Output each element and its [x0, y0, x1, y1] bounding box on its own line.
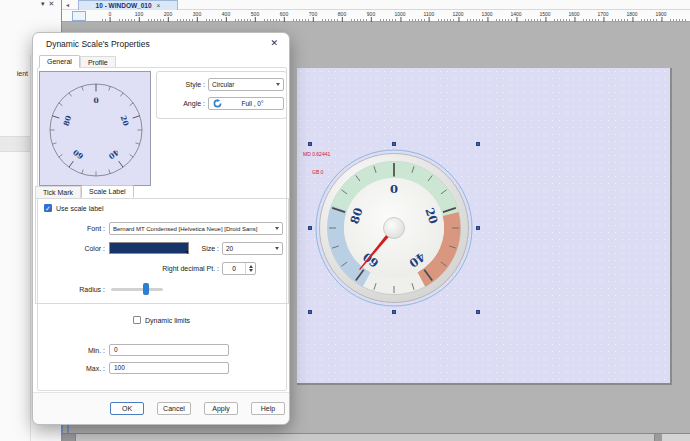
selection-handle[interactable] — [308, 226, 312, 230]
selection-handle[interactable] — [476, 310, 480, 314]
dynamic-limits-row[interactable]: Dynamic limits — [133, 316, 190, 324]
scrollbar-corner — [662, 434, 690, 441]
ruler-tick-label: 300 — [193, 11, 201, 17]
ruler-tick-label: 1000 — [394, 11, 405, 17]
dialog-title: Dynamic Scale's Properties — [46, 39, 150, 49]
right-decimal-label: Right decimal Pt. : — [129, 265, 219, 272]
selection-handle[interactable] — [392, 142, 396, 146]
min-label: Min. : — [63, 347, 105, 354]
font-label: Font : — [53, 225, 105, 232]
ruler-tick-label: 1700 — [597, 11, 608, 17]
color-swatch[interactable] — [109, 242, 189, 254]
document-tab-label: 10 - WINDOW_010 — [96, 2, 152, 9]
dialog-close-icon[interactable]: ✕ — [270, 38, 278, 48]
spin-down-icon[interactable] — [249, 269, 253, 272]
use-scale-label-row[interactable]: ✓ Use scale label — [44, 204, 103, 212]
selection-handle[interactable] — [476, 226, 480, 230]
tab-tick-mark[interactable]: Tick Mark — [35, 186, 81, 198]
horizontal-scrollbar[interactable] — [62, 433, 690, 441]
design-canvas[interactable]: MD 0.62441 GB 0 020406080 — [297, 68, 672, 385]
size-dropdown[interactable]: 20 — [222, 242, 283, 255]
scale-sub-tabs: Tick Mark Scale Label — [35, 185, 134, 198]
ruler-tick-label: 1100 — [424, 11, 435, 17]
use-scale-label-text: Use scale label — [56, 205, 103, 212]
ruler-tick-label: 1500 — [539, 11, 550, 17]
font-dropdown-value: Bernard MT Condensed [Helvetica Neue] [D… — [113, 226, 273, 232]
tab-close-icon[interactable]: × — [157, 2, 161, 9]
right-decimal-value: 0 — [223, 265, 245, 272]
radius-label: Radius : — [53, 286, 105, 293]
rotation-arc-icon — [213, 99, 222, 108]
document-tab-window-010[interactable]: 10 - WINDOW_010 × — [78, 0, 178, 10]
preview-scale-number: 60 — [71, 148, 85, 161]
chevron-down-icon[interactable]: ▾ — [41, 0, 49, 7]
document-tab-bar: ◂ 10 - WINDOW_010 × — [62, 0, 690, 10]
gauge-scale-number: 0 — [390, 182, 398, 196]
panel-header-icons[interactable]: ▾✕ — [41, 0, 58, 8]
size-dropdown-value: 20 — [226, 245, 273, 252]
panel-column-divider — [30, 55, 31, 441]
ruler-tick-label: 1600 — [568, 11, 579, 17]
angle-button[interactable]: Full , 0° — [208, 97, 284, 110]
chevron-down-icon — [275, 227, 279, 230]
close-icon[interactable]: ✕ — [49, 0, 59, 7]
min-input[interactable]: 0 — [109, 344, 229, 356]
scale-preview-box: 020406080 — [39, 71, 151, 186]
ruler-tick-label: 1300 — [481, 11, 492, 17]
ruler-tick-label: 900 — [367, 11, 375, 17]
ruler-tick-label: 200 — [164, 11, 172, 17]
preview-scale-number: 20 — [119, 114, 131, 127]
style-label: Style : — [161, 81, 205, 88]
selection-handle[interactable] — [308, 310, 312, 314]
chevron-down-icon — [276, 83, 280, 86]
radius-slider-thumb[interactable] — [143, 283, 149, 295]
tab-general[interactable]: General — [39, 55, 80, 68]
max-label: Max. : — [63, 365, 105, 372]
apply-button[interactable]: Apply — [204, 402, 238, 415]
dynamic-limits-checkbox[interactable] — [133, 316, 141, 324]
ruler-tick-label: 1900 — [655, 11, 666, 17]
ruler-tick-label: 1200 — [452, 11, 463, 17]
style-dropdown[interactable]: Circular — [208, 78, 284, 91]
dialog-button-row: OK Cancel Apply Help — [110, 402, 285, 415]
spin-up-icon[interactable] — [249, 265, 253, 268]
ruler-ticks: 0100200300400500600700800900100011001200… — [102, 10, 690, 22]
tab-scale-label[interactable]: Scale Label — [81, 185, 134, 198]
spinner-buttons[interactable] — [245, 263, 255, 274]
horizontal-ruler: 0100200300400500600700800900100011001200… — [62, 10, 690, 22]
cancel-button[interactable]: Cancel — [157, 402, 191, 415]
app-window: ▾✕ ient ◂ 10 - WINDOW_010 × 010020030040… — [0, 0, 690, 441]
style-angle-group: Style : Circular Angle : Full , 0° — [156, 71, 287, 119]
dialog-footer: OK Cancel Apply Help — [33, 392, 289, 424]
selection-handle[interactable] — [308, 142, 312, 146]
ruler-origin-box[interactable] — [72, 11, 86, 21]
right-decimal-spinner[interactable]: 0 — [222, 262, 256, 275]
selection-handle[interactable] — [476, 142, 480, 146]
selection-handle[interactable] — [392, 310, 396, 314]
ruler-tick-label: 1800 — [626, 11, 637, 17]
chevron-down-icon — [275, 247, 279, 250]
dynamic-limits-text: Dynamic limits — [145, 317, 190, 324]
ruler-tick-label: 1400 — [510, 11, 521, 17]
max-input[interactable]: 100 — [109, 362, 229, 374]
panel-clipped-label: ient — [0, 70, 28, 77]
help-button[interactable]: Help — [251, 402, 285, 415]
ruler-tick-label: 400 — [222, 11, 230, 17]
use-scale-label-checkbox[interactable]: ✓ — [44, 204, 52, 212]
horizontal-scrollbar-thumb[interactable] — [75, 434, 655, 441]
angle-value: Full , 0° — [226, 100, 279, 107]
radius-slider[interactable] — [111, 283, 163, 295]
radius-slider-track[interactable] — [111, 288, 163, 291]
circular-gauge-widget[interactable]: 020406080 — [294, 128, 494, 328]
panel-row-divider — [0, 136, 30, 152]
ruler-tick-label: 600 — [280, 11, 288, 17]
ruler-tick-label: 500 — [251, 11, 259, 17]
ruler-tick-label: 700 — [309, 11, 317, 17]
font-dropdown[interactable]: Bernard MT Condensed [Helvetica Neue] [D… — [109, 222, 283, 235]
preview-scale-number: 80 — [62, 114, 74, 127]
dynamic-scale-properties-dialog: Dynamic Scale's Properties ✕ General Pro… — [32, 32, 290, 425]
dialog-tabs: General Profile — [39, 53, 116, 68]
ok-button[interactable]: OK — [110, 402, 144, 415]
preview-scale-number: 40 — [107, 148, 121, 161]
tab-scroll-left-icon[interactable]: ◂ — [66, 1, 69, 8]
